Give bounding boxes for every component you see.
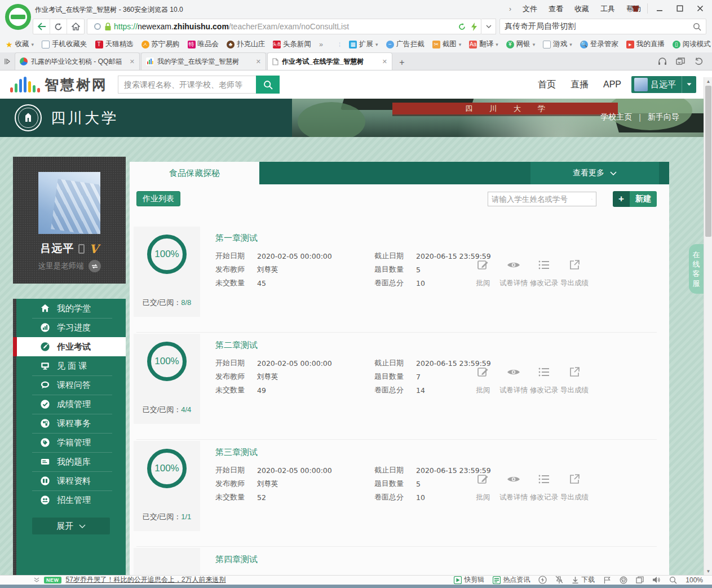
menu-view[interactable]: 查看 [549, 4, 563, 14]
audio-headphones-icon[interactable] [658, 57, 667, 65]
scroll-down-arrow[interactable]: ▼ [704, 567, 712, 575]
menu-file[interactable]: 文件 [523, 4, 537, 14]
menu-favorites[interactable]: 收藏 [574, 4, 589, 14]
url-dropdown-button[interactable] [481, 19, 496, 34]
tab-close-icon[interactable]: ✕ [382, 58, 387, 65]
course-search-button[interactable] [256, 76, 280, 94]
news-headline-link[interactable]: 57岁乔丹哭了！科比的公开追思会上，2万人前来送别 [66, 575, 226, 585]
new-tab-button[interactable]: + [395, 55, 409, 70]
tab-list-button[interactable] [0, 52, 15, 70]
home-button[interactable] [67, 19, 84, 34]
url-field[interactable]: https://newexam.zhihuishu.com/teacherExa… [87, 19, 481, 34]
sidebar-item-progress[interactable]: 学习进度 [16, 318, 126, 337]
exam-title-link[interactable]: 第二章测试 [215, 340, 258, 351]
back-button[interactable] [33, 19, 50, 34]
speaker-icon[interactable] [652, 576, 661, 583]
multi-window-icon[interactable] [636, 576, 644, 583]
toolbar-my-live[interactable]: ▸我的直播 [626, 39, 665, 49]
toolbar-reader-mode[interactable]: ▯阅读模式 [673, 39, 711, 49]
tab-manager-icon[interactable] [676, 57, 686, 65]
tab-close-icon[interactable]: ✕ [130, 58, 135, 65]
bookmarks-overflow[interactable]: » [319, 41, 323, 48]
course-tab-active[interactable]: 食品保藏探秘 [130, 162, 259, 184]
toolbar-password-manager[interactable]: 🔍登录管家 [580, 39, 618, 49]
scrollbar-thumb[interactable] [705, 86, 711, 237]
change-log-button[interactable]: 修改记录 [529, 365, 559, 395]
booster-icon[interactable] [538, 576, 547, 584]
sidebar-item-homework-exam[interactable]: 作业考试 [16, 337, 126, 356]
maximize-button[interactable] [671, 2, 688, 15]
tab-my-classroom[interactable]: 我的学堂_在线学堂_智慧树 ✕ [141, 52, 266, 70]
hot-news-tool[interactable]: 热点资讯 [493, 575, 530, 585]
toolbar-adblock[interactable]: −广告拦截 [386, 39, 424, 49]
site-logo-text[interactable]: 智慧树网 [45, 76, 108, 94]
bookmark-poker[interactable]: ♣扑克山庄 [227, 39, 265, 49]
bookmark-toutiao[interactable]: 头条头条新闻 [273, 39, 311, 49]
zhihuishu-logo-icon[interactable] [10, 77, 40, 92]
course-search-input[interactable] [118, 76, 256, 94]
search-icon[interactable] [693, 23, 701, 31]
refresh-button[interactable] [50, 19, 67, 34]
sidebar-item-my-classroom[interactable]: 我的学堂 [16, 299, 126, 318]
download-manager[interactable]: 下载 [572, 575, 595, 585]
sidebar-item-course-affairs[interactable]: 课程事务 [16, 414, 126, 433]
search-icon[interactable] [591, 195, 592, 204]
tab-homework-exam-active[interactable]: 作业考试_在线学堂_智慧树 ✕ [267, 52, 392, 70]
online-service-tab[interactable]: 在线客服 [689, 244, 704, 294]
toolbar-extensions[interactable]: ▦扩展▾ [349, 39, 378, 49]
create-new-button[interactable]: + 新建 [613, 191, 657, 207]
pin-icon[interactable] [555, 576, 563, 584]
collapse-chevrons-icon[interactable] [34, 577, 39, 583]
ie-compat-icon[interactable] [620, 576, 627, 584]
user-dropdown-button[interactable] [682, 76, 696, 93]
speed-mode-icon[interactable] [471, 23, 477, 31]
exam-title-link[interactable]: 第四章测试 [215, 554, 258, 565]
bookmark-suning[interactable]: ㅅ苏宁易购 [141, 39, 180, 49]
paper-details-button[interactable]: 试卷详情 [498, 472, 529, 502]
minimize-button[interactable] [651, 2, 668, 15]
tab-close-icon[interactable]: ✕ [256, 58, 261, 65]
reopen-closed-tab-icon[interactable] [695, 58, 703, 65]
bookmark-favorites[interactable]: ★收藏▾ [6, 39, 34, 49]
change-log-button[interactable]: 修改记录 [529, 258, 559, 288]
paper-details-button[interactable]: 试卷详情 [498, 258, 529, 288]
no-trace-refresh-icon[interactable] [458, 23, 466, 31]
browser-skin-icon[interactable] [627, 2, 644, 15]
change-log-button[interactable]: 修改记录 [529, 472, 559, 502]
sidebar-item-course-qa[interactable]: 课程问答 [16, 375, 126, 395]
nav-live[interactable]: 直播 [571, 79, 589, 91]
review-button[interactable]: 批阅 [468, 365, 498, 395]
user-menu[interactable]: 吕远平 [631, 76, 696, 93]
bookmark-mobile-favorites[interactable]: 手机收藏夹 [42, 39, 87, 49]
paper-details-button[interactable]: 试卷详情 [498, 365, 529, 395]
switch-role-icon[interactable] [89, 260, 101, 272]
exam-title-link[interactable]: 第一章测试 [215, 233, 258, 244]
bookmark-vip[interactable]: 特唯品会 [188, 39, 219, 49]
close-button[interactable] [692, 2, 709, 15]
toolbar-ebank[interactable]: ¥网银▾ [506, 39, 536, 49]
tab-qqmail[interactable]: 孔露的毕业论文初稿 - QQ邮箱 ✕ [15, 52, 140, 70]
sidebar-item-student-records[interactable]: 学籍管理 [16, 433, 126, 452]
exam-title-link[interactable]: 第三章测试 [215, 447, 258, 458]
bookmark-tmall[interactable]: T天猫精选 [95, 39, 134, 49]
export-grades-button[interactable]: 导出成绩 [559, 365, 590, 395]
sidebar-item-course-materials[interactable]: 课程资料 [16, 471, 126, 490]
menu-tools[interactable]: 工具 [600, 4, 615, 14]
newbie-guide-link[interactable]: 新手向导 [648, 112, 679, 122]
sidebar-item-question-bank[interactable]: 我的题库 [16, 452, 126, 471]
nav-app[interactable]: APP [603, 79, 621, 90]
toolbar-translate[interactable]: Aa翻译▾ [469, 39, 498, 49]
review-button[interactable]: 批阅 [468, 472, 498, 502]
nav-home[interactable]: 首页 [538, 79, 556, 91]
homework-list-button[interactable]: 作业列表 [136, 191, 180, 206]
sidebar-expand-button[interactable]: 展开 [32, 518, 110, 534]
export-grades-button[interactable]: 导出成绩 [559, 258, 590, 288]
sidebar-item-meeting-class[interactable]: 见 面 课 [16, 356, 126, 375]
sidebar-item-admissions[interactable]: 招生管理 [16, 490, 126, 510]
site-info-icon[interactable] [94, 23, 101, 30]
sidebar-item-grade-management[interactable]: 成绩管理 [16, 395, 126, 414]
zoom-search-icon[interactable] [669, 576, 677, 584]
omnibox-search-input[interactable] [505, 22, 693, 31]
school-homepage-link[interactable]: 学校主页 [600, 112, 632, 122]
toolbar-screenshot[interactable]: ✂截图▾ [432, 39, 462, 49]
